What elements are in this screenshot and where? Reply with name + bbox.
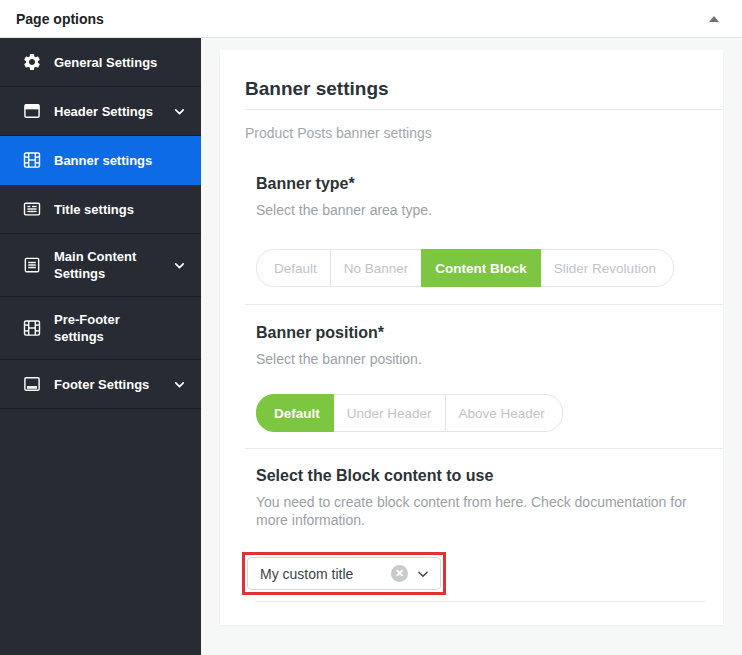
clear-x-icon[interactable]: ✕ [391,565,408,582]
footer-window-icon [22,374,42,394]
banner-position-heading: Banner position* [256,323,705,343]
metabox-header: Page options [0,0,742,38]
gear-icon [22,52,42,72]
sidebar-item-label: Main Content Settings [54,248,166,282]
block-content-heading: Select the Block content to use [256,466,705,486]
banner-type-option-default[interactable]: Default [256,249,331,287]
chevron-down-icon [172,258,187,273]
block-content-description: You need to create block content from he… [256,493,705,529]
film-strip-icon [22,318,42,338]
banner-position-button-group: Default Under Header Above Header [256,394,563,432]
triangle-up-icon [709,16,719,22]
banner-type-option-content-block[interactable]: Content Block [421,249,541,287]
sidebar-item-label: Footer Settings [54,376,149,393]
divider [245,109,723,110]
banner-type-option-slider-revolution[interactable]: Slider Revolution [540,249,674,287]
sidebar-item-banner-settings[interactable]: Banner settings [0,136,201,185]
banner-type-button-group: Default No Banner Content Block Slider R… [256,249,674,287]
select-selected-value: My custom title [260,566,391,582]
sidebar-item-header-settings[interactable]: Header Settings [0,87,201,136]
banner-type-heading: Banner type* [256,174,705,194]
title-list-icon [22,199,42,219]
header-window-icon [22,101,42,121]
sidebar-item-general-settings[interactable]: General Settings [0,38,201,87]
collapse-toggle-button[interactable] [702,7,726,31]
sidebar-item-main-content-settings[interactable]: Main Content Settings [0,234,201,297]
banner-position-option-default[interactable]: Default [256,394,334,432]
sidebar-item-label: Banner settings [54,152,152,169]
document-lines-icon [22,255,42,275]
sidebar-item-footer-settings[interactable]: Footer Settings [0,360,201,409]
banner-position-option-under-header[interactable]: Under Header [333,394,446,432]
sidebar-item-pre-footer-settings[interactable]: Pre-Footer settings [0,297,201,360]
panel-title: Banner settings [245,77,723,100]
sidebar-item-label: Header Settings [54,103,153,120]
divider [245,448,723,449]
chevron-down-icon[interactable] [416,567,430,581]
chevron-down-icon [172,104,187,119]
sidebar-item-label: General Settings [54,54,157,71]
divider [245,304,723,305]
banner-position-description: Select the banner position. [256,350,705,368]
chevron-down-icon [172,377,187,392]
banner-type-option-no-banner[interactable]: No Banner [330,249,423,287]
settings-sidebar: General Settings Header Settings Banner … [0,38,201,655]
sidebar-item-title-settings[interactable]: Title settings [0,185,201,234]
banner-settings-panel: Banner settings Product Posts banner set… [220,50,723,625]
banner-position-option-above-header[interactable]: Above Header [445,394,563,432]
sidebar-item-label: Title settings [54,201,134,218]
red-highlight-annotation: My custom title ✕ [242,552,446,595]
banner-type-description: Select the banner area type. [256,201,705,219]
block-content-select[interactable]: My custom title ✕ [247,557,441,590]
page-title: Page options [16,11,104,27]
sidebar-item-label: Pre-Footer settings [54,311,166,345]
panel-subtitle: Product Posts banner settings [245,124,723,142]
film-strip-icon [22,150,42,170]
divider [256,601,705,602]
